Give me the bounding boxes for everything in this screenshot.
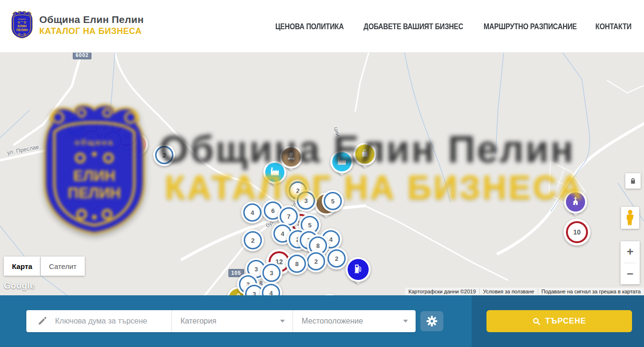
magnifier-icon — [532, 317, 541, 325]
pin-disc — [564, 190, 587, 213]
site-title: Община Елин Пелин — [39, 14, 144, 25]
cluster-count: 3 — [297, 191, 315, 210]
cluster-count: 2 — [155, 146, 173, 164]
header: община ЕЛИН ПЕЛИН Община Елин Пелин КАТА… — [0, 0, 644, 53]
cluster-marker[interactable]: 2 — [80, 128, 102, 150]
cluster-marker[interactable]: 2 — [153, 144, 175, 166]
shopping-bag-pin[interactable] — [353, 143, 376, 173]
search-submit-button[interactable]: ТЪРСЕНЕ — [486, 310, 632, 332]
lock-button[interactable] — [625, 173, 641, 189]
cluster-marker[interactable]: 8 — [286, 253, 308, 275]
svg-text:община: община — [18, 18, 26, 20]
attribution-terms-link[interactable]: Условия за ползване — [479, 289, 538, 294]
factory-icon — [270, 166, 280, 179]
attribution-report-link[interactable]: Подаване на сигнал за грешка в картата — [538, 289, 644, 294]
category-select[interactable]: Категория — [171, 310, 293, 332]
pegman-icon — [625, 210, 635, 226]
map-canvas[interactable]: 123252235461375242748221288333234510 общ… — [0, 53, 644, 295]
cluster-count: 2 — [244, 231, 262, 249]
cluster-count: 4 — [262, 284, 280, 295]
cluster-count: 3 — [262, 264, 281, 282]
zoom-control: + − — [621, 241, 640, 284]
pin-disc — [353, 143, 376, 166]
map-type-control: Карта Сателит — [4, 257, 85, 276]
cluster-marker[interactable]: 4 — [241, 201, 263, 224]
cluster-count: 2 — [328, 249, 346, 268]
shopping-bag-icon — [360, 148, 370, 160]
search-button-label: ТЪРСЕНЕ — [545, 317, 586, 325]
street-view-button[interactable] — [621, 207, 639, 229]
factory-icon — [70, 121, 81, 133]
location-select[interactable]: Местоположение — [293, 310, 416, 332]
fuel-station-pin[interactable] — [346, 257, 371, 290]
cluster-marker[interactable]: 2 — [242, 229, 264, 251]
gear-icon — [426, 315, 438, 327]
map-attribution: Картографски данни ©2019 Условия за полз… — [405, 288, 644, 295]
attribution-copyright: Картографски данни ©2019 — [405, 289, 479, 294]
fuel-icon — [353, 263, 363, 276]
caret-down-icon — [403, 320, 408, 323]
cluster-marker[interactable]: 2 — [326, 247, 348, 269]
pencil-icon — [37, 316, 47, 326]
main-nav: ЦЕНОВА ПОЛИТИКА ДОБАВЕТЕ ВАШИЯТ БИЗНЕС М… — [274, 0, 633, 53]
site-subtitle: КАТАЛОГ НА БИЗНЕСА — [39, 26, 144, 36]
municipality-crest-icon: община ЕЛИН ПЕЛИН — [11, 10, 34, 40]
zoom-in-button[interactable]: + — [621, 241, 640, 263]
cluster-marker[interactable]: 3 — [260, 262, 282, 284]
cluster-count: 2 — [82, 130, 100, 148]
cluster-count: 4 — [243, 203, 261, 222]
nav-pricing[interactable]: ЦЕНОВА ПОЛИТИКА — [275, 22, 344, 31]
cluster-count: 5 — [103, 131, 122, 149]
worker-pin[interactable] — [280, 146, 303, 176]
filter-bar: Категория Местоположение — [26, 310, 416, 332]
nav-contacts[interactable]: КОНТАКТИ — [596, 22, 632, 31]
location-select-value: Местоположение — [293, 317, 363, 325]
keyword-search-input[interactable] — [26, 310, 171, 332]
map-type-satellite-button[interactable]: Сателит — [41, 257, 85, 276]
keyword-section — [26, 310, 171, 332]
map-type-map-button[interactable]: Карта — [4, 257, 40, 276]
category-select-value: Категория — [172, 317, 216, 325]
cluster-marker[interactable]: 5 — [322, 190, 344, 212]
nav-add-business[interactable]: ДОБАВЕТЕ ВАШИЯТ БИЗНЕС — [363, 22, 463, 31]
cluster-count: 2 — [307, 252, 325, 270]
worker-icon — [286, 151, 296, 163]
markers-layer: 123252235461375242748221288333234510 — [0, 53, 644, 295]
search-bar: Категория Местоположение ТЪРСЕНЕ — [0, 295, 644, 347]
nav-route-schedule[interactable]: МАРШРУТНО РАЗПИСАНИЕ — [484, 22, 577, 31]
google-logo[interactable]: Google — [4, 281, 35, 291]
factory-pin[interactable] — [330, 150, 353, 181]
pin-disc — [346, 257, 371, 282]
factory-icon — [337, 156, 347, 168]
zoom-out-button[interactable]: − — [621, 263, 640, 285]
cluster-count: 5 — [324, 192, 342, 210]
svg-text:ПЕЛИН: ПЕЛИН — [16, 28, 28, 32]
church-icon — [570, 196, 581, 208]
cluster-marker[interactable]: 2 — [305, 250, 327, 272]
lock-icon — [630, 178, 636, 184]
pin-disc — [330, 150, 353, 173]
cluster-marker[interactable]: 5 — [102, 129, 124, 151]
pin-disc — [280, 146, 303, 168]
advanced-settings-button[interactable] — [420, 311, 443, 331]
site-logo[interactable]: община ЕЛИН ПЕЛИН Община Елин Пелин КАТА… — [11, 10, 144, 40]
cluster-marker[interactable]: 10 — [564, 219, 590, 246]
caret-down-icon — [280, 320, 285, 323]
cluster-count: 8 — [288, 255, 306, 273]
cluster-marker[interactable]: 3 — [295, 190, 317, 212]
cluster-count: 10 — [566, 221, 588, 243]
svg-text:ЕЛИН: ЕЛИН — [18, 24, 27, 28]
church-pin[interactable] — [564, 190, 587, 221]
